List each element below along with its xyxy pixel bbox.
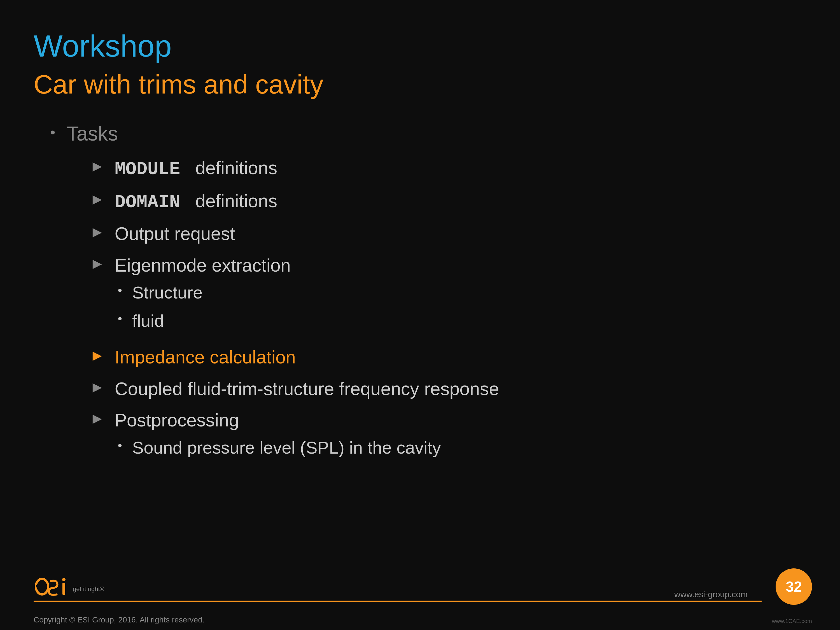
watermark-text: www.1CAE.com — [772, 618, 812, 624]
item-text: Postprocessing — [115, 409, 239, 432]
arrow-icon: ► — [90, 254, 105, 273]
arrow-icon: ► — [90, 223, 105, 241]
sub-sub-list: ● Structure ● fluid — [90, 281, 202, 338]
page-subtitle: Car with trims and cavity — [33, 69, 807, 99]
arrow-icon: ► — [90, 157, 105, 175]
esi-logo-svg — [33, 577, 70, 599]
tasks-bullet: • — [51, 124, 55, 141]
list-item: ► Output request — [90, 222, 807, 246]
get-it-right-label: get it right® — [73, 586, 104, 593]
page-title: Workshop — [33, 28, 807, 63]
logo-container: get it right® — [33, 577, 104, 599]
page-number: 32 — [786, 578, 802, 595]
normal-text: definitions — [185, 158, 278, 178]
sub-list: ► MODULE definitions ► DOMAIN definition… — [51, 156, 807, 464]
bold-keyword: MODULE — [115, 159, 180, 180]
bold-keyword: DOMAIN — [115, 192, 180, 213]
list-item: ► Eigenmode extraction ● Structure ● flu… — [90, 254, 807, 338]
circle-bullet: ● — [118, 441, 122, 450]
website-text: www.esi-group.com — [674, 590, 748, 599]
arrow-icon: ► — [90, 190, 105, 208]
sub-sub-item: ● fluid — [118, 309, 202, 332]
arrow-icon: ► — [90, 378, 105, 396]
copyright-text: Copyright © ESI Group, 2016. All rights … — [33, 616, 204, 624]
circle-bullet: ● — [118, 286, 122, 295]
list-item: ► Postprocessing ● Sound pressure level … — [90, 409, 807, 464]
item-text: Output request — [115, 222, 235, 246]
footer-logo: get it right® — [33, 577, 104, 599]
arrow-icon: ► — [90, 409, 105, 428]
sub-sub-text: Sound pressure level (SPL) in the cavity — [132, 437, 441, 459]
arrow-icon: ► — [90, 346, 105, 365]
footer: get it right® Copyright © ESI Group, 201… — [0, 594, 840, 630]
item-text: DOMAIN definitions — [115, 189, 277, 215]
sub-sub-item: ● Sound pressure level (SPL) in the cavi… — [118, 437, 441, 459]
tasks-item: • Tasks — [51, 122, 807, 145]
circle-bullet: ● — [118, 314, 122, 323]
svg-rect-3 — [62, 583, 65, 595]
svg-rect-1 — [36, 585, 44, 587]
footer-line — [33, 601, 762, 602]
sub-sub-text: Structure — [132, 281, 203, 304]
item-text: Coupled fluid-trim-structure frequency r… — [115, 377, 499, 401]
sub-sub-item: ● Structure — [118, 281, 202, 304]
tasks-label: Tasks — [66, 122, 118, 145]
page-number-badge: 32 — [775, 568, 812, 605]
sub-sub-text: fluid — [132, 309, 164, 332]
list-item: ► Coupled fluid-trim-structure frequency… — [90, 377, 807, 401]
slide-container: Workshop Car with trims and cavity • Tas… — [0, 0, 840, 630]
content-area: • Tasks ► MODULE definitions ► DOMAIN de… — [33, 122, 807, 464]
svg-point-2 — [62, 578, 66, 581]
list-item: ► MODULE definitions — [90, 156, 807, 182]
item-text: MODULE definitions — [115, 156, 277, 182]
sub-sub-list: ● Sound pressure level (SPL) in the cavi… — [90, 437, 441, 465]
list-item: ► Impedance calculation — [90, 346, 807, 369]
list-item: ► DOMAIN definitions — [90, 189, 807, 215]
item-text-orange: Impedance calculation — [115, 346, 296, 369]
item-text: Eigenmode extraction — [115, 254, 291, 278]
normal-text: definitions — [185, 191, 278, 211]
